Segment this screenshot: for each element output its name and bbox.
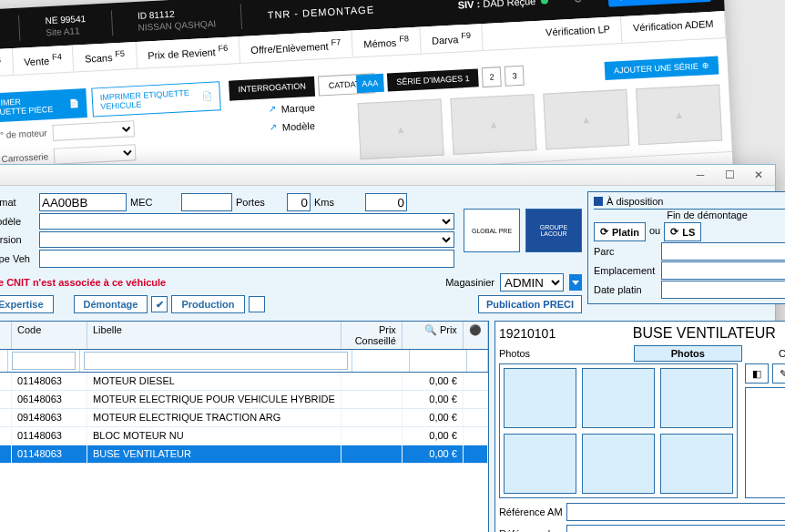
- ref-am-input[interactable]: [566, 503, 785, 521]
- col-toggle-header[interactable]: ▸: [0, 322, 12, 349]
- table-row[interactable]: ▸01148063MOTEUR DIESEL0,00 €: [0, 373, 488, 391]
- tab-darva[interactable]: Darva F9: [420, 24, 484, 53]
- marque-label: Marque: [280, 101, 315, 114]
- dateplatin-label: Date platin: [594, 284, 658, 295]
- parc-input[interactable]: [661, 242, 785, 261]
- tab-vente[interactable]: Vente F4: [12, 46, 74, 75]
- part-detail: 19210101 BUSE VENTILATEUR Photos Photos …: [494, 321, 785, 532]
- production-check[interactable]: [249, 296, 265, 312]
- dateplatin-input[interactable]: [661, 281, 785, 299]
- production-button[interactable]: Production: [171, 295, 244, 313]
- status-fin: Fin de démontage: [594, 209, 785, 220]
- immat-input[interactable]: [39, 193, 127, 211]
- col-libelle-header[interactable]: Libelle: [87, 322, 342, 349]
- interrogation-button[interactable]: INTERROGATION: [229, 76, 315, 100]
- immat-label: Immat: [0, 197, 36, 208]
- serie-images-button[interactable]: SÉRIE D'IMAGES 1: [387, 68, 479, 91]
- vehicle-name: NISSAN QASHQAI: [138, 18, 216, 32]
- typeveh-label: Type Veh: [0, 253, 36, 264]
- modele-label: Modèle: [281, 120, 315, 133]
- page-2-button[interactable]: 2: [482, 66, 502, 87]
- photo-grid: [499, 363, 738, 498]
- demontage-button[interactable]: Démontage: [74, 295, 148, 313]
- ne-number: NE 99541: [45, 14, 86, 26]
- ls-button[interactable]: ⟳ LS: [664, 222, 701, 241]
- cnit-warning: ure CNIT n'est associée à ce véhicule: [0, 277, 166, 288]
- tnr-status: TNR - DEMONTAGE: [267, 4, 374, 20]
- close-icon[interactable]: ✕: [748, 168, 770, 182]
- foreground-window: ─ ☐ ✕ Immat MEC Portes Kms Modèle: [0, 164, 776, 532]
- maximize-icon[interactable]: ☐: [719, 168, 740, 182]
- tab-prix-revient[interactable]: Prix de Revient F6: [136, 36, 240, 68]
- col-prixc-header[interactable]: Prix Conseillé: [342, 322, 403, 349]
- comment-textarea[interactable]: [745, 387, 785, 498]
- moteur-label: N° de moteur: [0, 128, 47, 141]
- tab-verif-adem[interactable]: Vérification ADEM: [621, 11, 726, 43]
- emplacement-label: Emplacement: [594, 265, 658, 276]
- magasinier-dropdown-icon[interactable]: [569, 274, 582, 291]
- photos-tab[interactable]: Photos: [634, 345, 742, 362]
- site: Site A11: [46, 26, 87, 37]
- tab-scans[interactable]: Scans F5: [73, 42, 138, 71]
- groupe-lacour-logo: GROUPE LACOUR: [525, 209, 582, 252]
- eraser-icon[interactable]: ◧: [745, 363, 769, 384]
- image-thumb[interactable]: ▲: [358, 98, 444, 159]
- carrosserie-label: Carrosserie: [0, 151, 48, 165]
- globalpre-logo: GLOBAL PRE: [464, 209, 520, 252]
- publication-preci-button[interactable]: Publication PRECI: [478, 295, 582, 313]
- ref-lue-input[interactable]: [566, 525, 785, 532]
- aaa-button[interactable]: AAA: [356, 73, 384, 93]
- minimize-icon[interactable]: ─: [689, 168, 711, 182]
- version-label: Version: [0, 234, 36, 245]
- photo-slot[interactable]: [582, 368, 655, 428]
- col-code-header[interactable]: Code: [12, 322, 87, 349]
- ref-lue-label: Référence lue: [499, 528, 563, 532]
- tab-verif-lp[interactable]: Vérification LP: [534, 16, 622, 47]
- settings-icon[interactable]: ⚙: [574, 0, 584, 5]
- image-thumb[interactable]: ▲: [543, 89, 629, 150]
- filter-code-input[interactable]: [12, 352, 76, 370]
- demontage-check[interactable]: ✔: [151, 296, 168, 312]
- photo-slot[interactable]: [582, 434, 655, 494]
- edit-icon[interactable]: ✎: [772, 363, 785, 384]
- add-serie-button[interactable]: AJOUTER UNE SÉRIE ⊕: [605, 56, 719, 80]
- col-prix-header[interactable]: 🔍 Prix: [403, 322, 464, 349]
- page-3-button[interactable]: 3: [505, 65, 525, 86]
- portes-input[interactable]: [287, 193, 311, 211]
- siv-value: DAD Reçue: [483, 0, 536, 9]
- print-piece-button[interactable]: IMPRIMER ETIQUETTE PIECE 📄: [0, 88, 87, 124]
- table-row[interactable]: ▸01148063BUSE VENTILATEUR0,00 €: [0, 445, 488, 464]
- photo-slot[interactable]: [504, 434, 576, 494]
- magasinier-select[interactable]: ADMIN: [500, 273, 564, 292]
- ref-am-label: Référence AM: [499, 506, 563, 517]
- modele-select[interactable]: [39, 213, 454, 230]
- kms-label: Kms: [314, 197, 362, 208]
- photo-slot[interactable]: [504, 368, 576, 428]
- photo-slot[interactable]: [660, 368, 733, 428]
- typeveh-input[interactable]: [39, 250, 454, 268]
- print-vehicle-button[interactable]: IMPRIMER ETIQUETTE VEHICULE 📄: [91, 81, 220, 117]
- table-row[interactable]: ▸06148063MOTEUR ELECTRIQUE POUR VEHICULE…: [0, 391, 488, 409]
- platin-button[interactable]: ⟳ Platin: [594, 222, 646, 241]
- emplacement-input[interactable]: [661, 261, 785, 280]
- detail-title: BUSE VENTILATEUR: [565, 325, 785, 342]
- image-thumb[interactable]: ▲: [450, 94, 536, 155]
- tab-memos[interactable]: Mémos F8: [352, 27, 422, 57]
- expertise-button[interactable]: Expertise: [0, 295, 54, 313]
- filter-libelle-input[interactable]: [84, 352, 348, 370]
- table-row[interactable]: ▸09148063MOTEUR ELECTRIQUE TRACTION ARG0…: [0, 409, 488, 427]
- detail-code: 19210101: [499, 326, 556, 341]
- moteur-select[interactable]: [52, 120, 135, 141]
- mec-label: MEC: [130, 197, 178, 208]
- parc-label: Parc: [594, 246, 658, 257]
- version-select[interactable]: [39, 231, 454, 248]
- parts-grid: ▸ Code Libelle Prix Conseillé 🔍 Prix ⚫: [0, 321, 489, 532]
- save-button[interactable]: SAUVEGARDER 💾: [608, 0, 712, 6]
- table-row[interactable]: ▸01148063BLOC MOTEUR NU0,00 €: [0, 427, 488, 445]
- photo-slot[interactable]: [660, 434, 733, 494]
- carrosserie-select[interactable]: [54, 144, 137, 165]
- photos-label: Photos: [499, 348, 530, 359]
- mec-input[interactable]: [181, 193, 232, 211]
- kms-input[interactable]: [365, 193, 407, 211]
- image-thumb[interactable]: ▲: [636, 84, 722, 145]
